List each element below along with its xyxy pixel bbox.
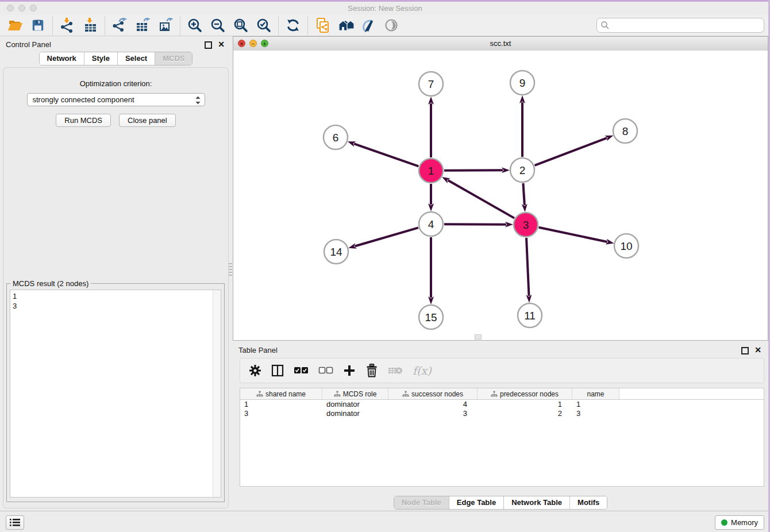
- edge-1-2[interactable]: [444, 170, 503, 171]
- result-scrollbar[interactable]: [213, 290, 221, 497]
- edge-4-14[interactable]: [355, 228, 418, 246]
- mcds-result-textarea[interactable]: 1 3: [10, 290, 221, 498]
- table-panel-float-icon[interactable]: [741, 347, 749, 354]
- edge-3-10[interactable]: [539, 228, 607, 242]
- column-header-shared-name[interactable]: shared name: [240, 388, 322, 399]
- edge-2-3[interactable]: [523, 183, 524, 205]
- control-panel: Control Panel ✕ NetworkStyleSelectMCDS O…: [0, 36, 232, 511]
- network-window-titlebar[interactable]: × − + scc.txt: [233, 37, 768, 51]
- network-close-button[interactable]: ×: [238, 40, 245, 47]
- run-mcds-button[interactable]: Run MCDS: [56, 114, 111, 127]
- split-divider-grip[interactable]: [229, 261, 232, 277]
- cell-name: 3: [572, 409, 619, 418]
- save-session-button[interactable]: [26, 16, 49, 35]
- add-column-plus-icon[interactable]: [343, 364, 356, 377]
- toolbar-separator: [52, 16, 53, 35]
- zoom-out-button[interactable]: [206, 16, 229, 35]
- control-panel-close-icon[interactable]: ✕: [218, 40, 225, 49]
- tab-network[interactable]: Network: [40, 52, 84, 65]
- column-header-name[interactable]: name: [572, 388, 619, 399]
- edge-3-11[interactable]: [526, 238, 529, 296]
- clone-network-button[interactable]: [311, 16, 334, 35]
- column-header-predecessor-nodes[interactable]: predecessor nodes: [478, 388, 572, 399]
- window-close-button[interactable]: [7, 5, 14, 11]
- graph-node-2[interactable]: 2: [510, 158, 534, 182]
- export-table-button[interactable]: [131, 16, 154, 35]
- export-image-button[interactable]: [154, 16, 177, 35]
- graph-node-4[interactable]: 4: [419, 212, 443, 236]
- delete-trash-icon[interactable]: [365, 364, 378, 377]
- node-label: 11: [524, 310, 536, 322]
- edge-3-1[interactable]: [448, 180, 514, 218]
- cell-shared-name: 1: [240, 400, 322, 409]
- search-box: [596, 18, 764, 33]
- task-history-button[interactable]: [6, 515, 24, 530]
- graph-node-14[interactable]: 14: [324, 240, 348, 264]
- tab-select[interactable]: Select: [118, 52, 155, 65]
- window-minimize-button[interactable]: [18, 5, 25, 11]
- graph-node-15[interactable]: 15: [419, 305, 443, 329]
- tab-mcds[interactable]: MCDS: [155, 52, 192, 65]
- memory-label: Memory: [731, 518, 758, 527]
- home-layout-button[interactable]: [334, 16, 357, 35]
- table-settings-gear-icon[interactable]: [249, 364, 261, 377]
- network-maximize-button[interactable]: +: [261, 40, 268, 47]
- close-panel-button[interactable]: Close panel: [119, 114, 176, 127]
- edge-4-3[interactable]: [444, 224, 506, 225]
- tab-motifs[interactable]: Motifs: [570, 496, 607, 509]
- graph-node-11[interactable]: 11: [518, 303, 542, 327]
- column-header-successor-nodes[interactable]: successor nodes: [388, 388, 478, 399]
- column-header-MCDS-role[interactable]: MCDS role: [322, 388, 388, 399]
- show-hide-panel-button[interactable]: [380, 16, 403, 35]
- network-canvas[interactable]: 7968124314101511: [233, 51, 768, 340]
- table-row[interactable]: 3dominator323: [240, 409, 764, 418]
- list-icon: [10, 518, 20, 527]
- column-tree-icon: [256, 391, 263, 397]
- network-minimize-button[interactable]: −: [249, 40, 257, 47]
- zoom-selected-button[interactable]: [252, 16, 275, 35]
- titlebar: Session: New Session: [0, 2, 770, 16]
- node-label: 4: [428, 218, 434, 230]
- edge-1-6[interactable]: [354, 144, 418, 166]
- graph-node-6[interactable]: 6: [324, 125, 348, 149]
- export-network-button[interactable]: [108, 16, 131, 35]
- graph-node-3[interactable]: 3: [514, 213, 538, 237]
- tab-style[interactable]: Style: [84, 52, 118, 65]
- apply-style-button[interactable]: [357, 16, 380, 35]
- function-builder-icon-disabled: f(x): [413, 364, 432, 377]
- save-disk-icon: [31, 18, 45, 32]
- window-zoom-button[interactable]: [30, 5, 37, 11]
- graph-node-9[interactable]: 9: [510, 71, 534, 95]
- export-table-icon: [135, 18, 150, 33]
- column-chooser-icon[interactable]: [271, 364, 284, 377]
- zoom-in-button[interactable]: [183, 16, 206, 35]
- memory-button[interactable]: Memory: [715, 515, 764, 530]
- refresh-style-button[interactable]: [282, 16, 305, 35]
- tab-node-table[interactable]: Node Table: [394, 496, 449, 509]
- mcds-result-lines: 1 3: [13, 291, 17, 311]
- node-table: shared nameMCDS rolesuccessor nodesprede…: [240, 388, 764, 487]
- network-resize-grip[interactable]: [475, 334, 482, 340]
- graph-node-8[interactable]: 8: [613, 119, 637, 143]
- table-panel-close-icon[interactable]: ✕: [754, 345, 761, 354]
- import-table-icon: [83, 18, 98, 33]
- open-session-button[interactable]: [3, 16, 26, 35]
- search-input[interactable]: [610, 21, 764, 30]
- graph-node-1[interactable]: 1: [419, 159, 443, 183]
- window-title: Session: New Session: [0, 2, 770, 15]
- graph-node-7[interactable]: 7: [419, 72, 443, 96]
- tab-network-table[interactable]: Network Table: [504, 496, 570, 509]
- select-all-columns-icon[interactable]: [294, 367, 309, 375]
- control-panel-float-icon[interactable]: [205, 41, 212, 49]
- import-network-button[interactable]: [56, 16, 79, 35]
- node-label: 15: [425, 311, 437, 323]
- graph-node-10[interactable]: 10: [614, 234, 638, 258]
- tab-edge-table[interactable]: Edge Table: [449, 496, 504, 509]
- network-window: × − + scc.txt 7968124314101511: [233, 36, 768, 341]
- unselect-all-columns-icon[interactable]: [318, 367, 333, 375]
- zoom-fit-button[interactable]: [229, 16, 252, 35]
- edge-2-8[interactable]: [535, 138, 607, 165]
- import-table-button[interactable]: [79, 16, 102, 35]
- table-row[interactable]: 1dominator411: [240, 400, 764, 409]
- criterion-select[interactable]: strongly connected component: [27, 93, 205, 106]
